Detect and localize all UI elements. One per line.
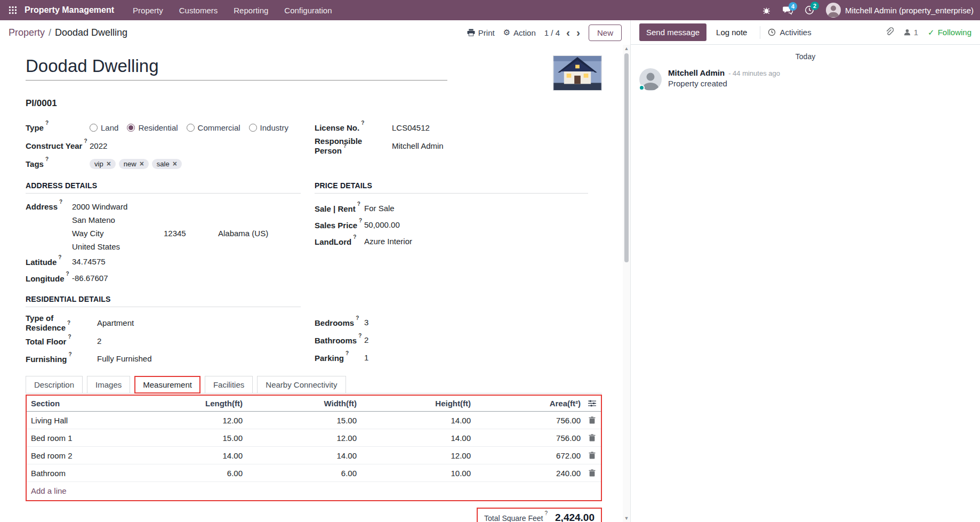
cell-height[interactable]: 14.00	[359, 416, 473, 425]
pager-previous-icon[interactable]: ‹	[566, 28, 570, 37]
tags-field[interactable]: vip× new× sale×	[90, 159, 182, 169]
address-street[interactable]: 2000 Windward	[72, 202, 127, 211]
attachment-icon[interactable]	[885, 27, 894, 38]
delete-row-icon[interactable]	[583, 452, 601, 459]
cell-width[interactable]: 12.00	[245, 433, 359, 443]
radio-land[interactable]	[90, 124, 98, 132]
vertical-scrollbar[interactable]: ▲ ▼	[623, 45, 630, 522]
action-button[interactable]: ⚙ Action	[503, 28, 536, 37]
menu-property[interactable]: Property	[126, 2, 170, 19]
delete-row-icon[interactable]	[583, 416, 601, 424]
type-option-commercial[interactable]: Commercial	[187, 123, 240, 132]
tab-description[interactable]: Description	[26, 376, 83, 393]
cell-length[interactable]: 14.00	[131, 451, 245, 460]
debug-icon[interactable]	[762, 6, 771, 15]
app-title[interactable]: Property Management	[25, 5, 114, 15]
radio-commercial[interactable]	[187, 124, 195, 132]
radio-label: Commercial	[198, 123, 240, 132]
menu-customers[interactable]: Customers	[172, 2, 225, 19]
property-image[interactable]	[553, 55, 602, 91]
send-message-button[interactable]: Send message	[639, 23, 706, 41]
cell-length[interactable]: 12.00	[131, 416, 245, 425]
cell-section[interactable]: Bathroom	[27, 469, 131, 478]
pager-next-icon[interactable]: ›	[576, 28, 580, 37]
activities-icon[interactable]: 2	[805, 5, 814, 15]
breadcrumb-property[interactable]: Property	[9, 27, 45, 38]
tag-remove-icon[interactable]: ×	[107, 160, 111, 167]
cell-section[interactable]: Bed room 1	[27, 433, 131, 443]
cell-area[interactable]: 240.00	[473, 469, 583, 478]
address-zip[interactable]: 12345	[164, 229, 218, 238]
scroll-down-icon[interactable]: ▼	[623, 516, 630, 521]
message-author[interactable]: Mitchell Admin	[668, 68, 725, 77]
cell-length[interactable]: 6.00	[131, 469, 245, 478]
tag-remove-icon[interactable]: ×	[173, 160, 177, 167]
new-button[interactable]: New	[589, 25, 622, 41]
address-city[interactable]: Way City	[72, 229, 164, 238]
longitude-field[interactable]: -86.67607	[72, 274, 108, 283]
menu-configuration[interactable]: Configuration	[277, 2, 339, 19]
responsible-person-field[interactable]: Mitchell Admin	[392, 141, 444, 150]
scroll-up-icon[interactable]: ▲	[623, 46, 630, 51]
apps-grid-icon[interactable]	[4, 0, 21, 20]
cell-area[interactable]: 672.00	[473, 451, 583, 460]
delete-row-icon[interactable]	[583, 469, 601, 477]
bathrooms-field[interactable]: 2	[364, 335, 368, 344]
construct-year-field[interactable]: 2022	[90, 141, 107, 150]
messages-icon[interactable]: 4	[783, 6, 793, 15]
activities-button[interactable]: Activities	[768, 28, 811, 37]
add-a-line-link[interactable]: Add a line	[27, 482, 601, 500]
address-street2[interactable]: San Mateno	[72, 215, 115, 224]
optional-columns-icon[interactable]	[583, 400, 601, 407]
cell-section[interactable]: Living Hall	[27, 416, 131, 425]
tag-sale[interactable]: sale×	[152, 159, 182, 169]
cell-height[interactable]: 14.00	[359, 433, 473, 443]
tab-nearby-connectivity[interactable]: Nearby Connectivity	[257, 376, 346, 393]
type-option-industry[interactable]: Industry	[249, 123, 288, 132]
landlord-field[interactable]: Azure Interior	[364, 237, 412, 246]
menu-reporting[interactable]: Reporting	[227, 2, 275, 19]
cell-section[interactable]: Bed room 2	[27, 451, 131, 460]
delete-row-icon[interactable]	[583, 434, 601, 441]
type-of-residence-field[interactable]: Apartment	[97, 318, 134, 327]
help-icon: ?	[59, 199, 62, 205]
tab-measurement[interactable]: Measurement	[134, 376, 200, 393]
print-button[interactable]: Print	[467, 28, 495, 37]
tag-remove-icon[interactable]: ×	[140, 160, 144, 167]
sales-price-field[interactable]: 50,000.00	[364, 220, 400, 229]
property-title[interactable]: Doodad Dwelling	[26, 55, 447, 77]
tab-images[interactable]: Images	[87, 376, 130, 393]
cell-height[interactable]: 10.00	[359, 469, 473, 478]
cell-width[interactable]: 15.00	[245, 416, 359, 425]
followers-button[interactable]: 1	[903, 28, 918, 37]
tag-vip[interactable]: vip×	[90, 159, 116, 169]
user-menu[interactable]: Mitchell Admin (property_enterprise)	[826, 3, 974, 18]
license-field[interactable]: LCS04512	[392, 123, 430, 132]
following-button[interactable]: ✓ Following	[928, 28, 971, 37]
tag-new[interactable]: new×	[119, 159, 149, 169]
parking-field[interactable]: 1	[364, 353, 368, 362]
address-country[interactable]: United States	[72, 242, 120, 251]
cell-area[interactable]: 756.00	[473, 416, 583, 425]
cell-height[interactable]: 12.00	[359, 451, 473, 460]
cell-width[interactable]: 14.00	[245, 451, 359, 460]
top-navbar: Property Management Property Customers R…	[0, 0, 980, 20]
scrollbar-thumb[interactable]	[624, 53, 629, 262]
radio-residential[interactable]	[127, 124, 135, 132]
type-option-land[interactable]: Land	[90, 123, 118, 132]
latitude-field[interactable]: 34.74575	[72, 257, 106, 266]
tag-label: new	[124, 160, 136, 168]
log-note-button[interactable]: Log note	[711, 23, 752, 41]
tab-facilities[interactable]: Facilities	[205, 376, 253, 393]
address-state[interactable]: Alabama (US)	[218, 229, 268, 238]
radio-industry[interactable]	[249, 124, 257, 132]
cell-length[interactable]: 15.00	[131, 433, 245, 443]
bedrooms-field[interactable]: 3	[364, 318, 368, 327]
cell-area[interactable]: 756.00	[473, 433, 583, 443]
furnishing-field[interactable]: Fully Furnished	[97, 354, 152, 363]
type-option-residential[interactable]: Residential	[127, 123, 178, 132]
address-field[interactable]: 2000 Windward San Mateno Way City 12345 …	[72, 200, 268, 253]
sale-rent-field[interactable]: For Sale	[364, 204, 395, 213]
total-floor-field[interactable]: 2	[97, 336, 101, 346]
cell-width[interactable]: 6.00	[245, 469, 359, 478]
